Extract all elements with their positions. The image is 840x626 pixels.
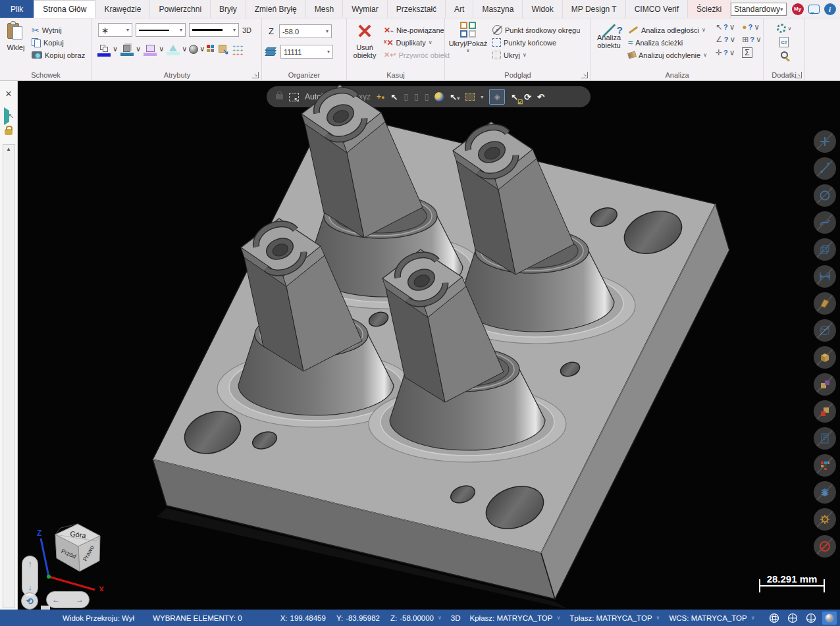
select-vertex-icon[interactable]: ◈ [489,89,505,105]
select-last-icon[interactable]: ▯ [414,92,419,101]
addins-dialog-launcher[interactable] [795,72,802,78]
autocursor-dropdown-icon[interactable]: ▾ [350,94,353,100]
tab-mesh[interactable]: Mesh [306,0,343,18]
analyze-area-button[interactable]: ⊞?∨ [742,35,762,44]
graphics-viewport[interactable]: AutoKursor ▾ xyz +● ↖ ▯ ▯ ▯ ↖▾ ▾ ◈ ↖ ⟳ ↶ [0,81,840,610]
run-addin-button[interactable]: ∨ [777,24,792,33]
point-rows-button[interactable]: +++++++++ [232,45,244,57]
select-window-icon[interactable] [465,93,475,101]
wcs-selector[interactable]: WCS: MATRYCA_TOP∨ [669,614,754,622]
feedback-bubble-icon[interactable] [808,5,820,14]
create-hole-icon[interactable] [814,319,836,342]
arrow-down-icon[interactable]: ↓ [28,583,32,592]
autocursor-label[interactable]: AutoKursor [305,92,344,101]
shaded-icon[interactable] [822,612,837,625]
create-spline-icon[interactable] [814,211,836,234]
match-attributes-button[interactable] [219,45,226,53]
search-addin-icon[interactable] [781,51,788,59]
wireframe-icon[interactable] [767,612,781,625]
display-dialog-launcher[interactable] [581,72,588,78]
arrow-left-icon[interactable]: ← [52,595,60,604]
analyze-surface-button[interactable]: ●?∨ [742,22,762,32]
analyze-distance-button[interactable]: Analiza odległości∨ [628,24,707,36]
copy-image-button[interactable]: Kopiuj obraz [32,49,85,61]
tab-drafting[interactable]: Wymiar [343,0,388,18]
selection-box-icon[interactable] [289,93,299,101]
section-view-status[interactable]: Widok Przekroju: Wył [63,614,134,622]
delete-entities-button[interactable]: ✕ Usuń obiekty [350,22,380,59]
attributes-dialog-launcher[interactable] [252,72,259,78]
tab-surfaces[interactable]: Powierzchni [150,0,211,18]
restore-entity-button[interactable]: ✕↩ Przywróć obiekt [384,49,450,61]
vertical-scrollbar[interactable]: ▲ [3,144,15,608]
undo-selection-icon[interactable]: ↶ [537,92,544,102]
cplane-selector[interactable]: Kpłasz: MATRYCA_TOP∨ [470,614,561,622]
toolpath-manager-icon[interactable] [814,427,836,450]
hidden-line-icon[interactable] [804,612,818,625]
mesh-color-dropdown[interactable]: ∨ [166,45,187,55]
tab-art[interactable]: Art [446,0,473,18]
line-style-dropdown[interactable]: ▾ [136,23,186,37]
hide-show-button[interactable]: Ukryj/Pokaż ∨ [448,22,488,53]
settings-gear-icon[interactable] [814,508,836,531]
create-line-icon[interactable] [814,157,836,180]
set-attributes-button[interactable] [207,45,214,52]
select-solids-icon[interactable]: ▯ [425,92,429,101]
z-depth-dropdown[interactable]: -58.0▾ [279,24,332,38]
create-bounding-box-icon[interactable] [814,238,836,261]
tab-machine[interactable]: Maszyna [473,0,523,18]
tab-home[interactable]: Strona Głów [34,0,95,18]
tab-transform[interactable]: Przekształć [388,0,446,18]
create-circle-icon[interactable] [814,184,836,207]
select-sphere-icon[interactable] [434,92,444,101]
tplane-selector[interactable]: Tpłasz: MATRYCA_TOP∨ [569,614,660,622]
analyze-toolpath-button[interactable]: ≈ Analiza ścieżki [628,36,707,49]
boolean-add-icon[interactable] [814,373,836,396]
solid-color-dropdown[interactable]: ∨ [120,45,141,56]
delete-unassociated-button[interactable]: ✕⌁ Nie-powiązane [384,24,450,36]
select-result-icon[interactable]: ▯ [404,92,408,101]
material-dropdown[interactable]: ∨ [189,45,205,54]
analyze-statistics-button[interactable]: Σ [742,47,762,58]
select-pointer-icon[interactable]: ↖ [391,92,398,102]
analyze-deviation-button[interactable]: Analizuj odchylenie∨ [628,49,707,61]
lock-icon[interactable] [5,129,13,135]
select-validate-icon[interactable]: ↖ [511,92,518,102]
cut-button[interactable]: ✂ Wytnij [32,24,85,36]
tab-wireframe[interactable]: Krawędzie [95,0,150,18]
dimension-mode-toggle[interactable]: 3D [451,614,461,622]
dimension-icon[interactable] [814,265,836,288]
create-point-icon[interactable] [814,130,836,153]
tab-model-prep[interactable]: Zmień Bryłę [246,0,306,18]
hide-button[interactable]: Ukryj∨ [492,49,580,61]
rotate-view-control[interactable]: ⟲ [21,592,38,610]
level-dropdown[interactable]: 11111▾ [280,45,333,59]
c-sharp-script-icon[interactable]: C# [779,37,789,47]
chamfer-icon[interactable] [814,292,836,315]
fast-point-plus-icon[interactable]: +● [377,92,384,101]
wireframe-color-dropdown[interactable]: ∨ [97,45,118,57]
tab-view[interactable]: Widok [523,0,562,18]
copy-button[interactable]: Kopiuj [32,36,85,49]
plane-manager-icon[interactable] [814,454,836,477]
line-width-dropdown[interactable]: ▾ [189,23,239,37]
scroll-up-icon[interactable]: ▲ [6,145,11,152]
analyze-chain-button[interactable]: ✛?∨ [716,47,735,58]
endpoints-button[interactable]: Punkty końcowe [492,36,580,49]
analyze-entity-button[interactable]: ? Analiza obiektu [592,22,625,49]
pan-vertical-control[interactable]: ↑ ↓ [22,556,38,596]
tab-toolpaths[interactable]: Ścieżki [688,0,731,18]
tab-file[interactable]: Plik [0,0,34,18]
tab-cimco-verify[interactable]: CIMCO Verif [626,0,688,18]
solid-block-icon[interactable] [814,346,836,369]
cursor-tool-icon[interactable]: ↖ [4,111,13,120]
circle-center-button[interactable]: Punkt środkowy okręgu [492,24,580,36]
info-icon[interactable]: i [824,3,836,15]
cursor-z-coordinate[interactable]: Z:-58.00000∨ [390,614,442,622]
disable-icon[interactable] [814,535,836,558]
pan-horizontal-control[interactable]: ← → [46,591,90,608]
gumball-lock-icon[interactable] [276,94,283,99]
paste-button[interactable]: Wklej [3,22,29,51]
surface-color-dropdown[interactable]: ∨ [143,45,164,56]
delete-duplicates-button[interactable]: ˣ✕ Duplikaty∨ [384,36,450,49]
